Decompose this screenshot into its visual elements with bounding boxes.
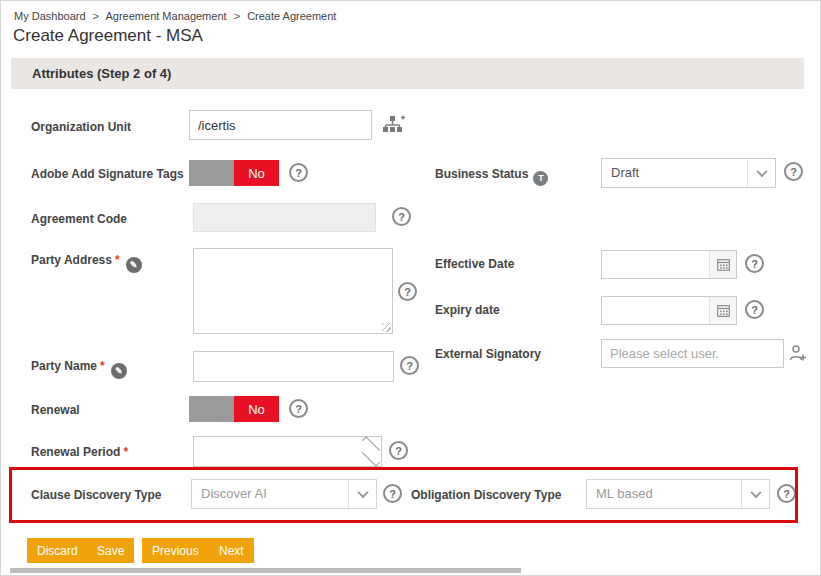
renewal-period-field xyxy=(193,436,382,467)
chevron-down-icon xyxy=(741,480,769,508)
renewal-label: Renewal xyxy=(31,403,80,417)
breadcrumb: My Dashboard > Agreement Management > Cr… xyxy=(14,10,336,22)
toggle-track xyxy=(189,160,234,186)
breadcrumb-item-agreement-management[interactable]: Agreement Management xyxy=(106,10,227,22)
tracked-badge-icon: T xyxy=(533,171,548,186)
toggle-track xyxy=(189,396,234,422)
clause-discovery-type-select[interactable]: Discover AI xyxy=(191,479,377,509)
toggle-state-label: No xyxy=(234,396,279,422)
help-icon[interactable]: ? xyxy=(745,254,764,273)
required-asterisk: * xyxy=(115,253,120,267)
renewal-period-input[interactable] xyxy=(194,437,361,466)
next-button[interactable]: Next xyxy=(209,538,254,563)
attributes-section-header: Attributes (Step 2 of 4) xyxy=(11,58,804,89)
textarea-resize-handle-icon[interactable] xyxy=(382,323,391,332)
org-hierarchy-picker-icon[interactable] xyxy=(383,114,405,138)
toggle-state-label: No xyxy=(234,160,279,186)
party-address-textarea[interactable] xyxy=(193,248,393,334)
agreement-code-input xyxy=(193,203,376,232)
breadcrumb-item-my-dashboard[interactable]: My Dashboard xyxy=(14,10,86,22)
horizontal-scrollbar[interactable] xyxy=(10,568,521,573)
help-icon[interactable]: ? xyxy=(389,441,408,460)
discard-button[interactable]: Discard xyxy=(27,538,88,563)
help-icon[interactable]: ? xyxy=(784,162,803,181)
organization-unit-label: Organization Unit xyxy=(31,120,131,134)
help-icon[interactable]: ? xyxy=(289,163,308,182)
page-title: Create Agreement - MSA xyxy=(13,26,203,46)
calendar-icon[interactable] xyxy=(709,297,736,324)
obligation-discovery-type-select[interactable]: ML based xyxy=(586,479,770,509)
required-asterisk: * xyxy=(100,359,105,373)
expiry-date-input[interactable] xyxy=(602,297,709,324)
party-name-label: Party Name*✎ xyxy=(31,359,127,379)
chevron-down-icon xyxy=(348,480,376,508)
agreement-code-label: Agreement Code xyxy=(31,212,127,226)
help-icon[interactable]: ? xyxy=(400,356,419,375)
external-signatory-input[interactable] xyxy=(601,339,784,368)
effective-date-input[interactable] xyxy=(602,251,709,278)
create-agreement-page: My Dashboard > Agreement Management > Cr… xyxy=(0,0,821,576)
expiry-date-label: Expiry date xyxy=(435,303,500,317)
effective-date-field xyxy=(601,250,737,279)
edit-pencil-icon: ✎ xyxy=(111,363,127,379)
effective-date-label: Effective Date xyxy=(435,257,514,271)
spinner-down-icon[interactable] xyxy=(361,452,381,467)
help-icon[interactable]: ? xyxy=(383,484,402,503)
breadcrumb-separator: > xyxy=(93,10,99,22)
add-user-icon[interactable] xyxy=(789,344,806,365)
clause-discovery-type-value: Discover AI xyxy=(192,480,348,508)
party-name-input[interactable] xyxy=(193,351,394,382)
help-icon[interactable]: ? xyxy=(392,207,411,226)
help-icon[interactable]: ? xyxy=(745,300,764,319)
required-asterisk: * xyxy=(123,445,128,459)
help-icon[interactable]: ? xyxy=(398,282,417,301)
adobe-add-signature-tags-label: Adobe Add Signature Tags xyxy=(31,167,184,181)
renewal-toggle[interactable]: No xyxy=(189,396,279,422)
organization-unit-input[interactable] xyxy=(189,110,372,140)
edit-pencil-icon: ✎ xyxy=(126,257,142,273)
help-icon[interactable]: ? xyxy=(289,399,308,418)
obligation-discovery-type-label: Obligation Discovery Type xyxy=(411,488,561,502)
breadcrumb-item-create-agreement[interactable]: Create Agreement xyxy=(247,10,336,22)
org-chart-plus-icon xyxy=(383,114,405,135)
party-address-label: Party Address*✎ xyxy=(31,253,142,273)
renewal-period-label: Renewal Period* xyxy=(31,445,128,459)
expiry-date-field xyxy=(601,296,737,325)
attributes-section-title: Attributes (Step 2 of 4) xyxy=(11,58,804,81)
external-signatory-label: External Signatory xyxy=(435,347,541,361)
breadcrumb-separator: > xyxy=(234,10,240,22)
adobe-add-signature-tags-toggle[interactable]: No xyxy=(189,160,279,186)
calendar-icon[interactable] xyxy=(709,251,736,278)
business-status-value: Draft xyxy=(602,159,747,187)
obligation-discovery-type-value: ML based xyxy=(587,480,741,508)
chevron-down-icon xyxy=(747,159,775,187)
business-status-label: Business StatusT xyxy=(435,167,548,186)
business-status-select[interactable]: Draft xyxy=(601,158,776,188)
save-button[interactable]: Save xyxy=(87,538,134,563)
previous-button[interactable]: Previous xyxy=(142,538,209,563)
help-icon[interactable]: ? xyxy=(777,484,796,503)
clause-discovery-type-label: Clause Discovery Type xyxy=(31,488,162,502)
